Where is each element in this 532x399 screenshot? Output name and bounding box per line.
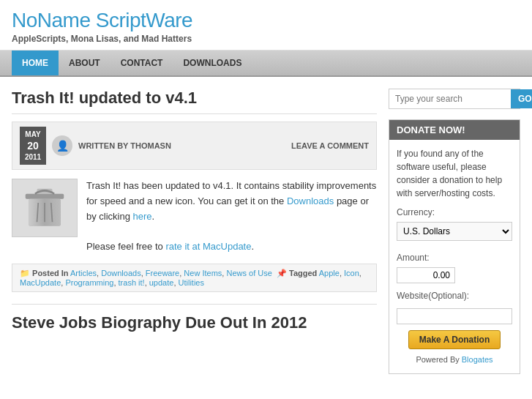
donate-body: If you found any of the software useful,… xyxy=(389,140,520,373)
site-tagline: AppleScripts, Mona Lisas, and Mad Hatter… xyxy=(12,34,520,44)
tag-trash-it[interactable]: trash it! xyxy=(119,278,145,287)
post: Trash It! updated to v4.1 MAY 20 2011 👤 … xyxy=(12,89,377,292)
posted-in-label: 📁 Posted In xyxy=(20,269,70,277)
donate-description: If you found any of the software useful,… xyxy=(397,147,512,200)
sidebar: GO DONATE NOW! If you found any of the s… xyxy=(389,89,520,374)
post-title: Trash It! updated to v4.1 xyxy=(12,89,377,114)
post-date-day: 20 xyxy=(24,139,42,152)
powered-by: Powered By Blogates xyxy=(397,354,512,366)
tag-utilities[interactable]: Utilities xyxy=(179,278,204,287)
site-title: NoName ScriptWare xyxy=(12,9,520,32)
section-divider xyxy=(12,304,377,305)
author-avatar: 👤 xyxy=(52,135,72,156)
nav-about[interactable]: ABOUT xyxy=(59,51,110,75)
nav-contact[interactable]: CONTACT xyxy=(110,51,173,75)
donate-button[interactable]: Make A Donation xyxy=(408,330,501,349)
blogates-link[interactable]: Blogates xyxy=(462,355,493,364)
amount-input[interactable] xyxy=(397,267,455,283)
tag-update[interactable]: update xyxy=(149,278,174,287)
currency-select[interactable]: U.S. Dollars xyxy=(397,222,512,241)
post-text: Trash It! has been updated to v4.1. It c… xyxy=(86,179,377,255)
post-date: MAY 20 2011 xyxy=(20,127,46,165)
post-date-month: MAY xyxy=(24,130,42,139)
cat-articles[interactable]: Articles xyxy=(70,269,97,277)
currency-label: Currency: xyxy=(397,206,512,219)
cat-freeware[interactable]: Freeware xyxy=(146,269,179,277)
website-label: Website(Optional): xyxy=(397,289,512,302)
post-meta: MAY 20 2011 👤 WRITTEN BY THOMASN LEAVE A… xyxy=(12,122,377,170)
donate-header: DONATE NOW! xyxy=(389,120,520,140)
cat-news-of-use[interactable]: News of Use xyxy=(226,269,271,277)
main-content: Trash It! updated to v4.1 MAY 20 2011 👤 … xyxy=(12,89,377,374)
post-image xyxy=(12,179,78,237)
search-box: GO xyxy=(389,89,520,109)
svg-rect-0 xyxy=(26,194,64,199)
search-input[interactable] xyxy=(389,89,511,108)
tag-macupdate[interactable]: MacUpdate xyxy=(20,278,61,287)
donate-box: DONATE NOW! If you found any of the soft… xyxy=(389,119,520,374)
tag-apple[interactable]: Apple xyxy=(319,269,340,277)
here-link[interactable]: here xyxy=(133,211,152,222)
downloads-link[interactable]: Downloads xyxy=(287,195,334,206)
post-body: Trash It! has been updated to v4.1. It c… xyxy=(12,179,377,255)
leave-comment-link[interactable]: LEAVE A COMMENT xyxy=(291,141,369,150)
cat-downloads[interactable]: Downloads xyxy=(101,269,141,277)
search-button[interactable]: GO xyxy=(511,89,532,108)
content-wrap: Trash It! updated to v4.1 MAY 20 2011 👤 … xyxy=(0,77,532,386)
tag-programming[interactable]: Programming xyxy=(65,278,113,287)
website-input[interactable] xyxy=(397,308,512,324)
nav-downloads[interactable]: DOWNLOADS xyxy=(173,51,252,75)
cat-new-items[interactable]: New Items xyxy=(184,269,222,277)
tag-icon[interactable]: Icon xyxy=(344,269,359,277)
trash-icon xyxy=(19,182,70,234)
post-date-year: 2011 xyxy=(24,152,42,162)
main-nav: HOME ABOUT CONTACT DOWNLOADS xyxy=(0,51,532,77)
post-footer: 📁 Posted In Articles, Downloads, Freewar… xyxy=(12,264,377,292)
next-post-title: Steve Jobs Biography Due Out In 2012 xyxy=(12,313,377,332)
amount-label: Amount: xyxy=(397,251,512,264)
nav-home[interactable]: HOME xyxy=(12,51,59,75)
site-header: NoName ScriptWare AppleScripts, Mona Lis… xyxy=(0,0,532,51)
post-author: WRITTEN BY THOMASN xyxy=(78,141,285,150)
macupdate-link[interactable]: rate it at MacUpdate xyxy=(165,241,251,252)
